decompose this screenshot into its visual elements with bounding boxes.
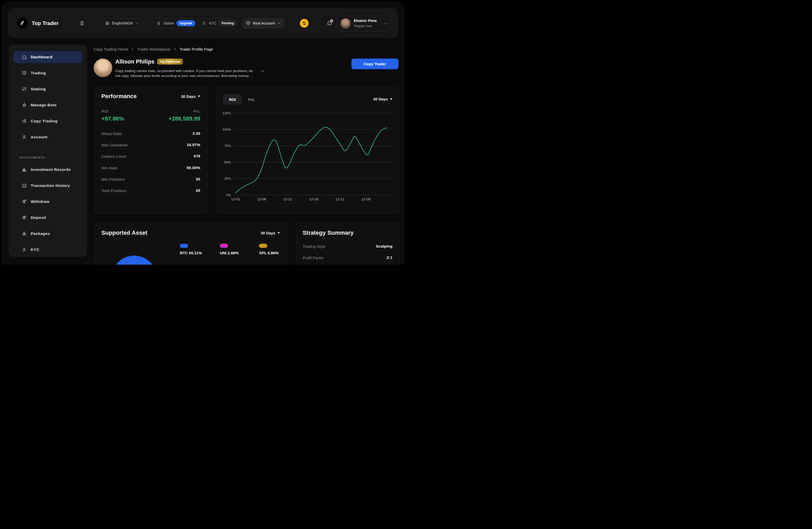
roi-label: ROI: [101, 109, 108, 113]
performance-range-select[interactable]: 30 Days: [181, 94, 200, 99]
trader-avatar: [94, 59, 112, 77]
pnl-label: PnL: [193, 109, 200, 113]
user-check-icon: [202, 21, 207, 26]
coins-swap-icon: [22, 86, 27, 92]
trader-name: Allison Philips: [115, 58, 155, 65]
sidebar-item-label: Investment Records: [31, 167, 71, 172]
xpl-legend-label: XPL 0.86%: [259, 251, 279, 255]
x-tick-label: 12-21: [335, 197, 345, 201]
sidebar-item-label: Dashboard: [31, 55, 53, 59]
legend-item-uni: UNI 2.88%: [220, 244, 228, 248]
sidebar-item-trading[interactable]: Trading: [13, 67, 82, 79]
y-tick-label: 50%: [224, 160, 231, 164]
sidebar-item-label: Manage Bots: [31, 103, 57, 108]
language-selector[interactable]: English/NGN: [101, 18, 143, 28]
breadcrumb-link[interactable]: Trader Marketplace: [137, 47, 171, 52]
strategy-title: Strategy Summary: [303, 229, 354, 236]
sidebar-item-kyc[interactable]: KYC: [13, 244, 82, 256]
sidebar-item-transaction-history[interactable]: Transaction History: [13, 180, 82, 191]
sidebar-item-copy-trading[interactable]: Copy Trading: [13, 115, 82, 127]
sidebar-item-deposit[interactable]: Deposit: [13, 212, 82, 224]
bar-chart-icon: [22, 167, 27, 172]
home-icon: [22, 55, 27, 60]
user-avatar: [340, 18, 351, 29]
top-performer-badge: Top Performer: [157, 59, 183, 65]
sidebar-item-label: Account: [31, 135, 47, 139]
sidebar-item-label: KYC: [31, 247, 40, 252]
sidebar-item-label: Trading: [31, 71, 46, 75]
breadcrumb-link[interactable]: Copy Trading Home: [94, 47, 128, 52]
app-canvas: Top Trader English/NGN Start: [2, 2, 405, 264]
account-mode-select[interactable]: Real Account: [242, 18, 284, 28]
sidebar-item-label: Staking: [31, 87, 46, 91]
btc-swatch: [180, 244, 188, 248]
sidebar-item-staking[interactable]: Staking: [13, 83, 82, 95]
sidebar-item-withdraw[interactable]: Withdraw: [13, 196, 82, 208]
legend-item-btc: BTC 65.11%: [180, 244, 188, 248]
supported-asset-title: Supported Asset: [101, 229, 147, 236]
y-tick-label: 100%: [222, 128, 231, 131]
sidebar-item-label: Withdraw: [31, 199, 49, 204]
sidebar-item-investment-records[interactable]: Investment Records: [13, 164, 82, 175]
user-icon: [22, 134, 27, 140]
asset-range-select[interactable]: 30 Days: [261, 231, 280, 235]
roi-line-series: [235, 127, 387, 193]
plan-label: Starter: [163, 21, 174, 25]
sidebar-section-investments: INVESTMENTS: [19, 156, 45, 159]
strategy-summary-card: Strategy Summary Trading StyleScalping P…: [296, 222, 399, 264]
roi-chart-card: ROI PnL 30 Days 0%25%50%75%100%125%12-01…: [216, 86, 399, 214]
y-tick-label: 25%: [224, 176, 231, 181]
y-tick-label: 0%: [226, 193, 231, 197]
kyc-label: KYC: [209, 21, 217, 25]
x-tick-label: 12-16: [309, 197, 318, 201]
uni-swatch: [220, 244, 228, 248]
uni-legend-label: UNI 2.88%: [220, 251, 239, 255]
stat-row: Sharp Ratio3.30: [101, 131, 200, 136]
chevron-down-icon: [135, 22, 139, 25]
dropdown-caret-icon: [277, 232, 280, 234]
user-menu[interactable]: Eleanor Pena Regular User: [337, 15, 391, 31]
breadcrumb-current: Trader Profile Page: [179, 47, 213, 52]
brand-name: Top Trader: [32, 9, 59, 38]
sidebar-item-dashboard[interactable]: Dashboard: [13, 51, 82, 63]
performance-title: Performance: [101, 93, 137, 100]
dropdown-caret-icon: [198, 96, 200, 97]
chart-range-select[interactable]: 30 Days: [373, 97, 392, 101]
brand-logo: [17, 18, 28, 29]
sidebar-item-label: Packages: [31, 231, 50, 236]
y-tick-label: 75%: [224, 144, 231, 148]
x-tick-label: 12-01: [231, 197, 240, 201]
sidebar-item-label: Copy Trading: [31, 119, 58, 124]
roi-line-chart: 0%25%50%75%100%125%12-0112-0612-1112-161…: [217, 106, 400, 213]
copy-trader-button[interactable]: Copy Trader: [351, 59, 398, 69]
tab-pnl[interactable]: PnL: [248, 94, 255, 104]
kyc-pending-badge: Pending: [219, 20, 237, 27]
plan-status: Starter Upgrade: [153, 18, 194, 28]
copy-circles-icon: [22, 118, 27, 124]
user-name: Eleanor Pena: [354, 18, 377, 23]
sidebar-item-account[interactable]: Account: [13, 131, 82, 143]
tab-roi[interactable]: ROI: [223, 94, 242, 104]
sidebar-item-label: Transaction History: [31, 183, 70, 188]
sidebar-item-label: Deposit: [31, 215, 46, 220]
refresh-icon: [302, 21, 307, 26]
language-value: English/NGN: [112, 21, 133, 25]
notifications-button[interactable]: [327, 20, 333, 26]
sidebar-item-manage-bots[interactable]: Manage Bots: [13, 99, 82, 111]
expand-disclaimer-icon[interactable]: [260, 69, 265, 74]
user-icon: [22, 247, 27, 252]
chevron-down-icon: [384, 22, 388, 26]
legend-item-xpl: XPL 0.86%: [259, 244, 267, 248]
pnl-value: +286,589.99: [169, 115, 200, 122]
sidebar-toggle-icon[interactable]: [79, 21, 85, 26]
stat-row: Max Drawdown18.97%: [101, 143, 200, 147]
deposit-icon: [22, 215, 27, 220]
upgrade-button[interactable]: Upgrade: [176, 20, 195, 26]
stat-row: Copiers Count579: [101, 154, 200, 158]
sidebar-item-packages[interactable]: Packages: [13, 228, 82, 240]
x-tick-label: 12-06: [257, 197, 266, 201]
refresh-button[interactable]: [300, 19, 309, 28]
trader-disclaimer: Copy trading carries risks, so proceed w…: [115, 68, 257, 78]
presentation-chart-icon: [22, 71, 27, 76]
stat-row: Win Rate80.00%: [101, 166, 200, 170]
